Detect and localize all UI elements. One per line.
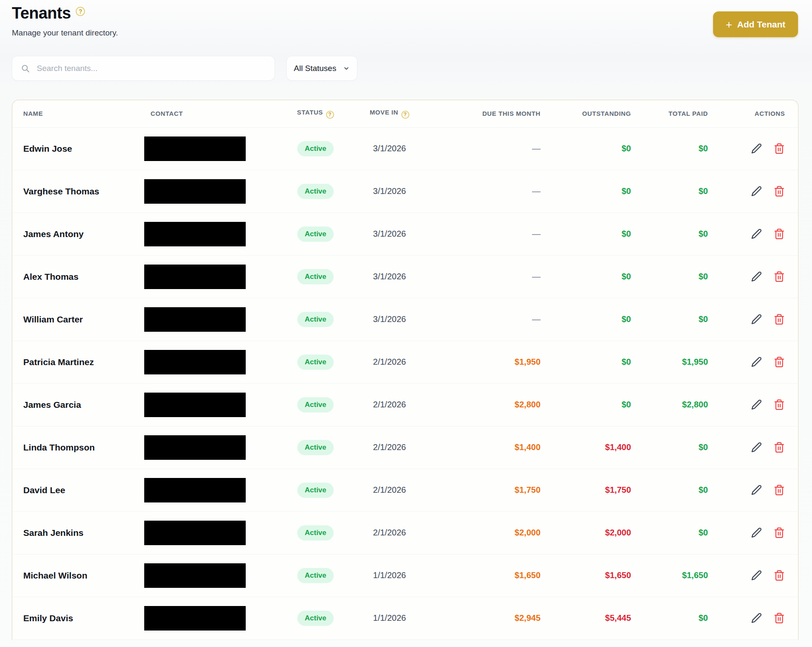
status-badge: Active xyxy=(297,312,333,327)
chevron-down-icon xyxy=(343,65,350,72)
table-row: Sarah JenkinsActive2/1/2026$2,000$2,000$… xyxy=(12,511,798,554)
add-tenant-button[interactable]: + Add Tenant xyxy=(713,11,798,37)
contact-redacted-box xyxy=(144,606,246,631)
trash-icon xyxy=(774,356,785,368)
outstanding-value: $0 xyxy=(622,144,631,153)
delete-button[interactable] xyxy=(774,570,785,581)
edit-button[interactable] xyxy=(750,313,763,326)
delete-button[interactable] xyxy=(774,143,785,154)
outstanding-value: $1,400 xyxy=(605,442,631,452)
status-help-icon[interactable]: ? xyxy=(326,111,334,119)
table-row: David LeeActive2/1/2026$1,750$1,750$0 xyxy=(12,469,798,511)
outstanding-value: $0 xyxy=(622,314,631,324)
table-row: Linda ThompsonActive2/1/2026$1,400$1,400… xyxy=(12,426,798,469)
edit-button[interactable] xyxy=(750,185,763,198)
table-header-row: NAME CONTACT STATUS? MOVE IN? DUE THIS M… xyxy=(12,100,798,127)
search-input[interactable] xyxy=(37,64,266,73)
status-badge: Active xyxy=(297,184,333,199)
tenant-name: Emily Davis xyxy=(23,613,73,623)
due-this-month-value: $1,650 xyxy=(515,571,540,580)
pencil-icon xyxy=(750,399,763,411)
move-in-date: 3/1/2026 xyxy=(373,229,406,238)
delete-button[interactable] xyxy=(774,484,785,496)
move-in-help-icon[interactable]: ? xyxy=(401,111,409,119)
page-header: Tenants ? Manage your tenant directory. … xyxy=(0,0,812,38)
trash-icon xyxy=(774,612,785,624)
delete-button[interactable] xyxy=(774,228,785,240)
tenant-name: Michael Wilson xyxy=(23,571,88,580)
column-header-name: NAME xyxy=(12,100,140,127)
trash-icon xyxy=(774,484,785,496)
trash-icon xyxy=(774,143,785,154)
pencil-icon xyxy=(750,142,763,155)
outstanding-value: $1,750 xyxy=(605,485,631,494)
edit-button[interactable] xyxy=(750,527,763,539)
outstanding-value: $2,000 xyxy=(605,528,631,537)
tenant-name: James Antony xyxy=(23,229,84,239)
trash-icon xyxy=(774,271,785,282)
due-this-month-value: $1,750 xyxy=(515,485,540,494)
total-paid-value: $1,650 xyxy=(682,571,708,580)
move-in-date: 2/1/2026 xyxy=(373,442,406,452)
filter-bar: All Statuses xyxy=(0,56,812,81)
delete-button[interactable] xyxy=(774,399,785,410)
table-row: William CarterActive3/1/2026—$0$0 xyxy=(12,298,798,341)
outstanding-value: $5,445 xyxy=(605,613,631,622)
status-filter-value: All Statuses xyxy=(294,64,336,73)
edit-button[interactable] xyxy=(750,356,763,369)
tenant-name: David Lee xyxy=(23,485,65,495)
help-icon[interactable]: ? xyxy=(76,7,85,16)
delete-button[interactable] xyxy=(774,186,785,197)
search-icon xyxy=(21,64,30,73)
edit-button[interactable] xyxy=(750,441,763,454)
status-badge: Active xyxy=(297,269,333,284)
move-in-date: 1/1/2026 xyxy=(373,571,406,580)
tenant-name: Edwin Jose xyxy=(23,144,72,153)
due-this-month-value: $1,950 xyxy=(515,357,540,366)
due-this-month-value: $2,945 xyxy=(515,613,540,622)
due-this-month-value: — xyxy=(532,314,540,324)
search-box[interactable] xyxy=(12,56,275,81)
delete-button[interactable] xyxy=(774,527,785,538)
total-paid-value: $0 xyxy=(699,485,708,494)
delete-button[interactable] xyxy=(774,356,785,368)
move-in-date: 3/1/2026 xyxy=(373,144,406,153)
column-header-outstanding: OUTSTANDING xyxy=(549,100,639,127)
column-header-due: DUE THIS MONTH xyxy=(428,100,549,127)
table-row: Michael WilsonActive1/1/2026$1,650$1,650… xyxy=(12,554,798,597)
table-row: Alex ThomasActive3/1/2026—$0$0 xyxy=(12,255,798,298)
status-badge: Active xyxy=(297,355,333,370)
tenant-name: William Carter xyxy=(23,314,83,324)
total-paid-value: $0 xyxy=(699,528,708,537)
edit-button[interactable] xyxy=(750,270,763,283)
delete-button[interactable] xyxy=(774,442,785,453)
delete-button[interactable] xyxy=(774,314,785,325)
status-badge: Active xyxy=(297,440,333,455)
pencil-icon xyxy=(750,356,763,369)
total-paid-value: $0 xyxy=(699,144,708,153)
move-in-date: 1/1/2026 xyxy=(373,613,406,622)
delete-button[interactable] xyxy=(774,612,785,624)
edit-button[interactable] xyxy=(750,399,763,411)
delete-button[interactable] xyxy=(774,271,785,282)
pencil-icon xyxy=(750,185,763,198)
move-in-date: 2/1/2026 xyxy=(373,357,406,366)
edit-button[interactable] xyxy=(750,484,763,497)
edit-button[interactable] xyxy=(750,569,763,582)
outstanding-value: $0 xyxy=(622,272,631,281)
contact-redacted-box xyxy=(144,307,246,332)
status-badge: Active xyxy=(297,227,333,242)
edit-button[interactable] xyxy=(750,228,763,240)
page-title: Tenants xyxy=(12,4,71,22)
status-filter-select[interactable]: All Statuses xyxy=(286,56,357,81)
move-in-date: 3/1/2026 xyxy=(373,314,406,324)
tenant-name: Patricia Martinez xyxy=(23,357,94,367)
due-this-month-value: $1,400 xyxy=(515,442,540,452)
table-row: Varghese ThomasActive3/1/2026—$0$0 xyxy=(12,170,798,213)
edit-button[interactable] xyxy=(750,612,763,625)
pencil-icon xyxy=(750,527,763,539)
edit-button[interactable] xyxy=(750,142,763,155)
contact-redacted-box xyxy=(144,521,246,545)
outstanding-value: $1,650 xyxy=(605,571,631,580)
total-paid-value: $1,950 xyxy=(682,357,708,366)
